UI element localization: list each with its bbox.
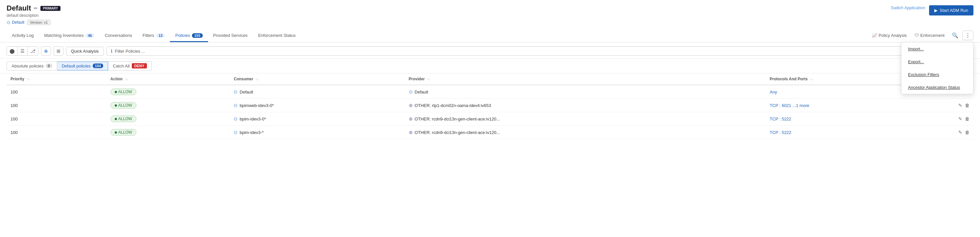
protocols-cell: TCP : 5222 [766, 126, 954, 139]
search-button[interactable]: 🔍 [949, 30, 961, 40]
protocols-cell: TCP : 5222 [766, 112, 954, 126]
filter-placeholder[interactable]: Filter Policies ... [115, 49, 969, 54]
delete-row-button[interactable]: 🗑 [965, 103, 969, 108]
action-cell: ALLOW [107, 112, 230, 126]
view-toggle-group: ⬤ ☰ ⎇ [6, 46, 38, 56]
edit-row-button[interactable]: ✎ [958, 116, 962, 122]
filter-bar: ℹ Filter Policies ... [107, 46, 974, 56]
breadcrumb-home[interactable]: Default [12, 20, 24, 25]
tab-enforcement-status[interactable]: Enforcement Status [253, 30, 301, 42]
allow-dot [115, 118, 117, 120]
catch-all-tab[interactable]: Catch All DENY [108, 61, 152, 70]
quick-analysis-button[interactable]: Quick Analysis [66, 47, 104, 56]
tab-conversations[interactable]: Conversations [100, 30, 137, 42]
exclusion-filters-menu-item[interactable]: Exclusion Filters [902, 68, 973, 81]
provider-cell: ⊛ OTHER: rtp1-dcm02n-oama-idev4:iv653 [405, 99, 766, 112]
group-button[interactable]: ⊞ [54, 46, 64, 56]
edit-row-button[interactable]: ✎ [958, 103, 962, 108]
consumer-icon: ⊙ [234, 103, 238, 108]
provider-name: OTHER: rcdn9-dci13n-gen-client-ace:iv120… [415, 117, 500, 122]
consumer-name: Default [240, 90, 253, 94]
consumer-cell: ⊙ bpim-idev3-0* [230, 112, 404, 126]
more-options-button[interactable]: ⋮ [962, 30, 974, 40]
primary-badge: PRIMARY [40, 6, 61, 11]
provider-icon: ⊛ [409, 103, 413, 108]
provider-cell: ⊙ Default [405, 85, 766, 99]
row-actions-cell: ✎ 🗑 [954, 99, 974, 112]
protocols-cell: TCP : 6021 ...1 more [766, 99, 954, 112]
tab-matching-inventories[interactable]: Matching Inventories 46 [39, 30, 99, 42]
priority-cell: 100 [6, 99, 107, 112]
version-badge: Version: v1 [27, 20, 51, 25]
tab-activity-log[interactable]: Activity Log [6, 30, 39, 42]
priority-cell: 100 [6, 126, 107, 139]
list-view-button[interactable]: ☰ [18, 47, 28, 55]
protocols-sort-icon: ↑↓ [810, 77, 813, 81]
play-icon: ▶ [934, 8, 938, 13]
main-tabs: Activity Log Matching Inventories 46 Con… [6, 30, 301, 42]
start-adm-run-button[interactable]: ▶ Start ADM Run [929, 5, 974, 16]
allow-badge: ALLOW [110, 102, 136, 109]
toolbar: ⬤ ☰ ⎇ ⊕ ⊞ Quick Analysis ℹ Filter Polici… [0, 42, 980, 59]
tabs-row: Activity Log Matching Inventories 46 Con… [6, 30, 974, 42]
import-menu-item[interactable]: Import... [902, 42, 973, 55]
filters-badge: 13 [156, 33, 165, 38]
protocols-link[interactable]: TCP : 5222 [770, 117, 791, 122]
col-consumer[interactable]: Consumer ↑↓ [230, 74, 404, 85]
col-provider[interactable]: Provider ↑↓ [405, 74, 766, 85]
export-menu-item[interactable]: Export... [902, 55, 973, 68]
delete-row-button[interactable]: 🗑 [965, 116, 969, 122]
app-description: default description [6, 13, 60, 18]
col-priority[interactable]: Priority ↑↓ [6, 74, 107, 85]
add-button[interactable]: ⊕ [41, 46, 51, 56]
action-cell: ALLOW [107, 99, 230, 112]
policies-table: Priority ↑↓ Action ↑↓ Consumer ↑↓ Provid… [6, 74, 974, 139]
consumer-icon: ⊙ [234, 89, 238, 94]
provider-icon: ⊙ [409, 89, 413, 94]
row-actions-cell: ✎ 🗑 [954, 112, 974, 126]
tab-filters[interactable]: Filters 13 [137, 30, 170, 42]
provider-name: Default [415, 90, 428, 94]
page-title: Default [6, 4, 31, 13]
switch-application-button[interactable]: Switch Application [891, 5, 926, 10]
priority-sort-icon: ↑↓ [27, 77, 30, 81]
edit-row-button[interactable]: ✎ [958, 130, 962, 135]
policy-analysis-button[interactable]: 📈 Policy Analysis [869, 31, 910, 40]
default-policies-tab[interactable]: Default policies 154 [57, 62, 108, 70]
policy-subtabs: Absolute policies 0 Default policies 154… [0, 59, 980, 74]
tab-policies[interactable]: Policies 155 [170, 30, 208, 42]
protocols-link[interactable]: Any [770, 90, 777, 94]
pie-chart-view-button[interactable]: ⬤ [7, 47, 18, 55]
allow-dot [115, 91, 117, 93]
consumer-cell: ⊙ bpim-idev3-* [230, 126, 404, 139]
provider-name: OTHER: rtp1-dcm02n-oama-idev4:iv653 [415, 103, 491, 108]
delete-row-button[interactable]: 🗑 [965, 130, 969, 135]
col-action[interactable]: Action ↑↓ [107, 74, 230, 85]
protocols-link[interactable]: TCP : 6021 ...1 more [770, 103, 809, 108]
table-row: 100 ALLOW ⊙ bpim-idev3-* ⊛ OTHER: rcdn9-… [6, 126, 974, 139]
tab-provided-services[interactable]: Provided Services [208, 30, 253, 42]
edit-icon[interactable]: ✏ [34, 6, 38, 11]
consumer-name: bpim-idev3-0* [240, 117, 266, 122]
provider-name: OTHER: rcdn9-dci13n-gen-client-ace:iv120… [415, 130, 500, 135]
provider-cell: ⊛ OTHER: rcdn9-dci13n-gen-client-ace:iv1… [405, 112, 766, 126]
protocols-link[interactable]: TCP : 5222 [770, 130, 791, 135]
title-area: Default ✏ PRIMARY default description ⊙ … [6, 4, 60, 28]
enforcement-button[interactable]: 🛡 Enforcement [911, 31, 948, 40]
graph-view-button[interactable]: ⎇ [28, 47, 38, 55]
consumer-sort-icon: ↑↓ [256, 77, 259, 81]
allow-badge: ALLOW [110, 129, 136, 136]
tab-right-actions: 📈 Policy Analysis 🛡 Enforcement 🔍 ⋮ [869, 30, 974, 42]
table-row: 100 ALLOW ⊙ bpimweb-idev3-0* ⊛ OTHER: rt… [6, 99, 974, 112]
allow-dot [115, 104, 117, 107]
priority-cell: 100 [6, 112, 107, 126]
consumer-cell: ⊙ bpimweb-idev3-0* [230, 99, 404, 112]
ancestor-status-menu-item[interactable]: Ancestor Application Status [902, 81, 973, 94]
priority-cell: 100 [6, 85, 107, 99]
consumer-icon: ⊙ [234, 130, 238, 135]
allow-badge: ALLOW [110, 115, 136, 122]
catch-all-badge: DENY [132, 63, 147, 69]
table-row: 100 ALLOW ⊙ Default ⊙ Default Any [6, 85, 974, 99]
absolute-policies-tab[interactable]: Absolute policies 0 [6, 62, 57, 70]
enforcement-icon: 🛡 [915, 33, 919, 38]
